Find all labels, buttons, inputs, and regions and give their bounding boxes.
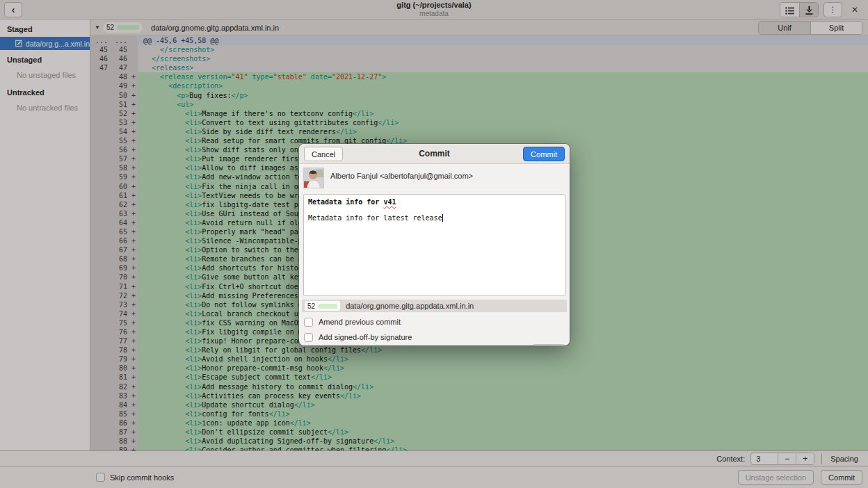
dialog-file-row[interactable]: 52 data/org.gnome.gitg.appdata.xml.in.in [302, 300, 567, 312]
author-row: Alberto Fanjul <albertofanjul@gmail.com> [299, 164, 570, 191]
text-cursor [442, 214, 443, 222]
message-subject: Metadata info for [308, 198, 383, 206]
previous-message-button[interactable]: ◀ [533, 345, 549, 345]
gitg-window: ‹ gitg (~/projects/vala) metadata [0, 0, 868, 488]
commit-dialog-header: Cancel Commit Commit [299, 144, 570, 164]
author-name: Alberto Fanjul <albertofanjul@gmail.com> [330, 172, 473, 180]
commit-dialog: Cancel Commit Commit Alberto Fanjul <alb… [299, 144, 570, 345]
signoff-label: Add signed-off-by signature [319, 333, 412, 341]
message-body: Metadata info for latest release [308, 214, 442, 222]
dialog-hunk-count-badge: 52 [305, 301, 340, 311]
next-message-button[interactable]: ▶ [549, 345, 565, 345]
misspelled-word: v41 [383, 198, 396, 206]
message-history-nav: ◀ ▶ [532, 344, 565, 345]
commit-message-input[interactable]: Metadata info for v41 Metadata info for … [303, 194, 565, 296]
dialog-bottom: ◀ ▶ [299, 343, 570, 345]
signoff-row: Add signed-off-by signature [299, 327, 570, 343]
avatar [303, 168, 324, 188]
amend-label: Amend previous commit [319, 318, 401, 326]
amend-row: Amend previous commit [299, 312, 570, 327]
signoff-checkbox[interactable] [304, 333, 313, 342]
dialog-hunk-count: 52 [307, 302, 315, 310]
dialog-added-lines-bar [318, 304, 337, 309]
dialog-filename: data/org.gnome.gitg.appdata.xml.in.in [346, 302, 474, 310]
dialog-cancel-button[interactable]: Cancel [304, 147, 343, 161]
dialog-commit-button[interactable]: Commit [523, 147, 565, 161]
amend-checkbox[interactable] [304, 318, 313, 327]
